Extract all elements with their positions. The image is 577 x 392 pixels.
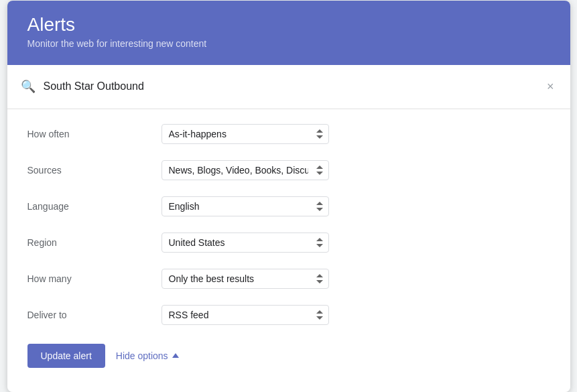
clear-search-button[interactable]: × <box>544 77 557 96</box>
update-alert-button[interactable]: Update alert <box>27 344 105 368</box>
how-often-row: How often As-it-happens At most once a d… <box>7 116 570 152</box>
sources-select[interactable]: News, Blogs, Video, Books, Discussi Auto… <box>162 160 329 180</box>
region-label: Region <box>27 237 162 248</box>
language-select[interactable]: English Spanish French German <box>162 196 329 216</box>
how-many-row: How many Only the best results All resul… <box>7 261 570 297</box>
actions-row: Update alert Hide options <box>7 333 570 379</box>
app-subtitle: Monitor the web for interesting new cont… <box>27 38 550 49</box>
header: Alerts Monitor the web for interesting n… <box>7 1 570 65</box>
deliver-to-select[interactable]: RSS feed Email <box>162 305 329 325</box>
search-input[interactable] <box>44 80 544 92</box>
alerts-container: Alerts Monitor the web for interesting n… <box>7 1 570 392</box>
deliver-to-label: Deliver to <box>27 310 162 320</box>
sources-label: Sources <box>27 165 162 176</box>
language-label: Language <box>27 201 162 212</box>
options-panel: How often As-it-happens At most once a d… <box>7 109 570 392</box>
how-many-select[interactable]: Only the best results All results <box>162 269 329 289</box>
deliver-to-row: Deliver to RSS feed Email <box>7 297 570 333</box>
region-row: Region United States Any Region United K… <box>7 224 570 261</box>
how-many-label: How many <box>27 273 162 284</box>
arrow-up-icon <box>172 353 179 358</box>
how-often-select[interactable]: As-it-happens At most once a day At most… <box>162 124 329 144</box>
search-icon: 🔍 <box>21 79 36 94</box>
hide-options-label: Hide options <box>116 350 168 361</box>
region-select[interactable]: United States Any Region United Kingdom … <box>162 233 329 253</box>
search-bar: 🔍 × <box>7 65 570 109</box>
language-row: Language English Spanish French German <box>7 188 570 224</box>
app-title: Alerts <box>27 14 550 36</box>
sources-row: Sources News, Blogs, Video, Books, Discu… <box>7 152 570 188</box>
how-often-label: How often <box>27 129 162 139</box>
hide-options-button[interactable]: Hide options <box>116 350 179 361</box>
